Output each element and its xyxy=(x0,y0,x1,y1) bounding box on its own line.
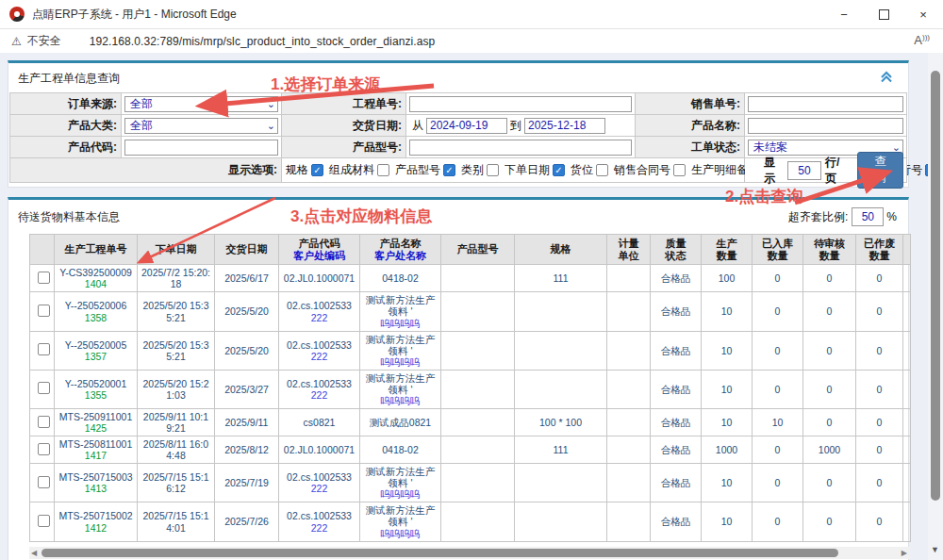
table-row[interactable]: Y--25052000613582025/5/20 15:35:212025/5… xyxy=(30,292,911,331)
page-size-prefix: 显示 xyxy=(764,155,784,187)
ratio-input[interactable] xyxy=(852,207,884,226)
customer-name-link[interactable]: 呜呜呜呜 xyxy=(362,356,438,368)
date-to-input[interactable] xyxy=(524,118,605,134)
collapse-panel-icon[interactable] xyxy=(880,70,893,87)
display-option-checkbox[interactable] xyxy=(673,164,686,176)
table-row[interactable]: MTS-25071500214122025/7/15 15:14:012025/… xyxy=(30,502,911,541)
date-from-input[interactable] xyxy=(426,118,507,134)
customer-name-link[interactable]: 呜呜呜呜 xyxy=(362,488,438,500)
url-text[interactable]: 192.168.0.32:789/mis/mrp/slc_product_int… xyxy=(90,35,436,48)
display-option-checkbox[interactable] xyxy=(596,164,608,176)
maximize-button[interactable] xyxy=(864,0,903,28)
product-name-label: 产品名称: xyxy=(636,115,745,137)
order-source-select[interactable]: 全部 ⌄ xyxy=(124,96,278,112)
order-date-cell: 2025/5/20 15:35:21 xyxy=(138,331,215,370)
qty-void-cell: 0 xyxy=(856,265,903,292)
minimize-icon: − xyxy=(840,8,848,22)
product-model-cell xyxy=(441,436,515,464)
order-no: Y--250520001 xyxy=(57,378,135,389)
horizontal-scrollbar-thumb[interactable] xyxy=(41,549,838,557)
security-label[interactable]: 不安全 xyxy=(27,33,61,49)
row-checkbox[interactable] xyxy=(38,515,50,527)
order-no-cell: MTS-2509110011425 xyxy=(55,408,138,436)
product-name: 测试新方法生产领料 ' xyxy=(362,334,438,356)
qty-void-cell: 0 xyxy=(856,502,903,541)
product-code: 02.cs.1002533 xyxy=(281,378,357,389)
customer-code-link[interactable]: 222 xyxy=(281,522,357,534)
customer-code-link[interactable]: 222 xyxy=(281,351,357,362)
spec-cell xyxy=(515,331,607,370)
minimize-button[interactable]: − xyxy=(824,0,864,28)
product-code-input[interactable] xyxy=(124,140,278,156)
display-option-checkbox[interactable] xyxy=(487,164,499,176)
table-row[interactable]: Y-CS39250000914042025/7/2 15:20:182025/6… xyxy=(30,265,911,292)
trailing-cell xyxy=(903,370,911,408)
customer-name-link[interactable]: 呜呜呜呜 xyxy=(362,318,438,329)
row-checkbox[interactable] xyxy=(38,476,50,488)
product-code-cell: 02.cs.1002533222 xyxy=(279,502,360,541)
row-checkbox[interactable] xyxy=(38,305,50,317)
row-checkbox[interactable] xyxy=(38,443,50,455)
spec-cell xyxy=(515,502,607,541)
row-checkbox[interactable] xyxy=(38,343,50,355)
table-row[interactable]: MTS-25091100114252025/9/11 10:19:212025/… xyxy=(30,408,911,436)
query-panel-title: 生产工程单信息查询 xyxy=(18,71,120,87)
row-checkbox[interactable] xyxy=(38,272,50,284)
product-name-input[interactable] xyxy=(748,118,903,134)
product-model-cell xyxy=(441,502,515,541)
customer-name-link[interactable]: 呜呜呜呜 xyxy=(362,395,438,406)
row-checkbox[interactable] xyxy=(38,416,50,428)
sales-no-input[interactable] xyxy=(748,96,903,112)
scroll-down-icon[interactable]: ▼ xyxy=(931,545,939,554)
customer-code-link[interactable]: 222 xyxy=(281,389,357,401)
qty-pending-cell: 0 xyxy=(803,292,856,331)
product-name: 测试新方法生产领料 ' xyxy=(362,466,438,488)
display-option-checkbox[interactable]: ✓ xyxy=(311,164,323,176)
page-size-input[interactable] xyxy=(787,161,821,180)
row-checkbox[interactable] xyxy=(38,382,50,394)
quality-status-cell: 合格品 xyxy=(651,436,702,464)
customer-code-link[interactable]: 222 xyxy=(281,312,357,323)
close-icon: × xyxy=(919,8,927,22)
scroll-left-icon[interactable]: ◀ xyxy=(31,549,37,557)
delivery-date-cell: 2025/5/20 xyxy=(215,331,279,370)
vertical-scrollbar-thumb[interactable] xyxy=(931,71,940,501)
delivery-date-cell: 2025/5/20 xyxy=(215,292,279,331)
customer-name-link[interactable]: 呜呜呜呜 xyxy=(362,528,438,539)
quality-status-cell: 合格品 xyxy=(651,502,702,541)
qty-in-stock-cell: 0 xyxy=(753,331,803,370)
spec-cell: 111 xyxy=(515,265,607,292)
table-row[interactable]: MTS-25081100114172025/8/11 16:04:482025/… xyxy=(30,436,911,464)
qty-pending-cell: 0 xyxy=(803,408,856,436)
order-no: Y--250520006 xyxy=(57,300,135,311)
quality-status-cell: 合格品 xyxy=(651,331,702,370)
order-date-cell: 2025/7/15 15:14:01 xyxy=(138,502,215,541)
scroll-right-icon[interactable]: ▶ xyxy=(902,549,907,557)
spec-cell: 111 xyxy=(515,436,607,464)
product-category-select[interactable]: 全部 ⌄ xyxy=(124,118,278,134)
display-option-checkbox[interactable]: ✓ xyxy=(443,164,455,176)
horizontal-scrollbar[interactable]: ◀ ▶ xyxy=(29,547,910,559)
table-row[interactable]: Y--25052000113552025/5/20 15:21:032025/3… xyxy=(30,370,911,408)
table-row[interactable]: Y--25052000513572025/5/20 15:35:212025/5… xyxy=(30,331,911,370)
display-option-label: 类别 xyxy=(461,162,484,178)
product-code-cell: 02.cs.1002533222 xyxy=(279,292,360,331)
display-option-checkbox[interactable] xyxy=(377,164,389,176)
read-aloud-icon[interactable]: A))) xyxy=(914,33,930,47)
column-header: 待审核数量 xyxy=(803,235,856,265)
project-no-input[interactable] xyxy=(409,96,632,112)
close-button[interactable]: × xyxy=(903,0,943,28)
product-model-input[interactable] xyxy=(409,140,632,156)
customer-code-link[interactable]: 222 xyxy=(281,483,357,494)
column-header: 生产工程单号 xyxy=(55,235,138,265)
unit-cell xyxy=(607,436,651,464)
project-no-label: 工程单号: xyxy=(282,93,406,115)
order-no: MTS-250911001 xyxy=(57,411,135,422)
search-button[interactable]: 查询 xyxy=(857,152,903,189)
table-row[interactable]: MTS-25071500314132025/7/15 15:16:122025/… xyxy=(30,464,911,502)
vertical-scrollbar[interactable]: ▼ xyxy=(928,53,943,560)
unit-cell xyxy=(607,331,651,370)
display-option-checkbox[interactable]: ✓ xyxy=(553,164,565,176)
address-bar: ⚠ 不安全 192.168.0.32:789/mis/mrp/slc_produ… xyxy=(0,29,943,54)
material-table-body: Y-CS39250000914042025/7/2 15:20:182025/6… xyxy=(30,265,911,541)
